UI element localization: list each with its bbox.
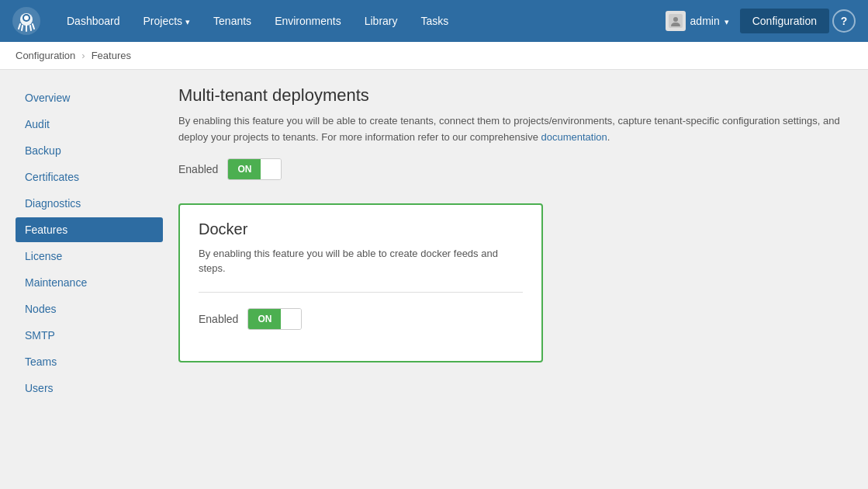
nav-dashboard[interactable]: Dashboard — [56, 9, 131, 33]
sidebar-item-certificates[interactable]: Certificates — [16, 165, 163, 189]
docker-card: Docker By enabling this feature you will… — [178, 203, 543, 362]
docker-enabled-label: Enabled — [199, 313, 238, 325]
nav-tenants[interactable]: Tenants — [202, 9, 262, 33]
svg-point-10 — [673, 17, 678, 22]
user-dropdown-icon — [724, 15, 729, 27]
avatar — [666, 11, 686, 31]
nav-library[interactable]: Library — [354, 9, 409, 33]
multitenant-toggle-off-area — [261, 159, 281, 179]
documentation-link[interactable]: documentation — [541, 131, 607, 143]
sidebar-item-backup[interactable]: Backup — [16, 138, 163, 163]
multitenant-enabled-row: Enabled ON — [178, 158, 852, 180]
breadcrumb: Configuration › Features — [0, 42, 868, 70]
nav-environments[interactable]: Environments — [264, 9, 352, 33]
sidebar-item-maintenance[interactable]: Maintenance — [16, 270, 163, 295]
sidebar-item-nodes[interactable]: Nodes — [16, 297, 163, 321]
multitenant-description: By enabling this feature you will be abl… — [178, 113, 852, 146]
breadcrumb-parent[interactable]: Configuration — [16, 50, 75, 61]
docker-toggle[interactable]: ON — [247, 308, 302, 330]
docker-toggle-off-area — [281, 309, 301, 329]
nav-right: admin Configuration ? — [658, 6, 856, 36]
configuration-button[interactable]: Configuration — [740, 9, 829, 33]
sidebar-item-license[interactable]: License — [16, 244, 163, 269]
docker-description: By enabling this feature you will be abl… — [199, 246, 523, 276]
sidebar-item-overview[interactable]: Overview — [16, 85, 163, 110]
breadcrumb-current: Features — [92, 50, 131, 61]
main-layout: Overview Audit Backup Certificates Diagn… — [0, 70, 868, 487]
multitenant-title: Multi-tenant deployments — [178, 85, 852, 106]
sidebar-item-features[interactable]: Features — [16, 217, 163, 242]
help-button[interactable]: ? — [832, 9, 856, 33]
docker-enabled-row: Enabled ON — [199, 308, 523, 330]
sidebar-item-audit[interactable]: Audit — [16, 112, 163, 137]
sidebar-item-users[interactable]: Users — [16, 376, 163, 401]
multitenant-enabled-label: Enabled — [178, 163, 218, 175]
multitenant-toggle[interactable]: ON — [227, 158, 282, 180]
sidebar-item-smtp[interactable]: SMTP — [16, 323, 163, 348]
nav-projects[interactable]: Projects — [133, 9, 202, 33]
projects-dropdown-icon — [185, 15, 190, 27]
svg-line-7 — [30, 26, 31, 30]
user-name: admin — [690, 15, 720, 27]
main-content: Multi-tenant deployments By enabling thi… — [178, 85, 852, 472]
docker-title: Docker — [199, 220, 523, 238]
app-logo[interactable] — [12, 7, 40, 35]
multitenant-toggle-on: ON — [228, 159, 261, 179]
docker-toggle-on: ON — [248, 309, 281, 329]
svg-point-3 — [24, 16, 29, 20]
breadcrumb-separator: › — [81, 50, 85, 61]
sidebar-item-diagnostics[interactable]: Diagnostics — [16, 191, 163, 216]
sidebar-item-teams[interactable]: Teams — [16, 349, 163, 374]
user-menu[interactable]: admin — [658, 6, 737, 36]
docker-divider — [199, 292, 523, 293]
multitenant-section: Multi-tenant deployments By enabling thi… — [178, 85, 852, 180]
nav-links: Dashboard Projects Tenants Environments … — [56, 9, 658, 33]
top-navigation: Dashboard Projects Tenants Environments … — [0, 0, 868, 42]
sidebar: Overview Audit Backup Certificates Diagn… — [16, 85, 163, 472]
nav-tasks[interactable]: Tasks — [410, 9, 460, 33]
svg-line-5 — [22, 26, 22, 30]
